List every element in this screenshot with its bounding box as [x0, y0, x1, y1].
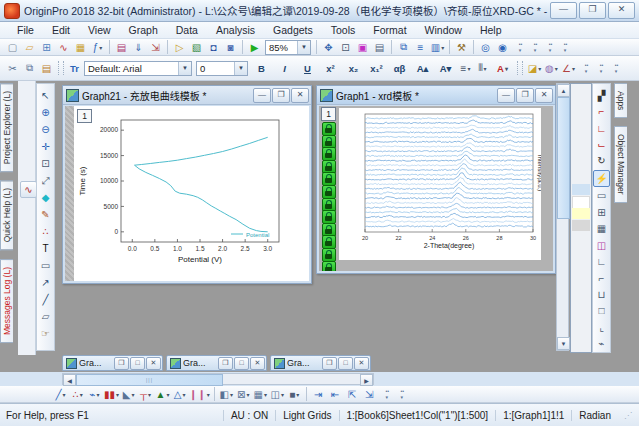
toolbar-overflow-button[interactable]: ••▾ — [382, 387, 393, 402]
dropdown-arrow-icon[interactable]: ▾ — [264, 391, 267, 398]
line-color-icon[interactable]: ∠▾ — [561, 61, 576, 76]
align-icon[interactable]: ≡▾ — [458, 61, 473, 76]
scroll-up-button[interactable]: ▲ — [557, 84, 570, 97]
font-size-combo[interactable]: 0▼ — [196, 61, 248, 76]
copy-graph-image-icon[interactable]: ▣ — [355, 40, 370, 55]
minimized-graph-window[interactable]: Gra...❐□✕ — [270, 355, 371, 371]
graph1-canvas[interactable]: 1 2022242628302-Theta(degree)Intensity(a… — [319, 106, 553, 271]
new-graph-icon[interactable]: ∿ — [56, 40, 71, 55]
plot-scatter-icon[interactable]: ∴▾ — [70, 387, 85, 402]
dock-tab-apps[interactable]: Apps — [614, 83, 627, 118]
dropdown-arrow-icon[interactable]: ▾ — [247, 391, 250, 398]
copy-icon[interactable]: ⧉ — [22, 61, 37, 76]
region-zoom-icon[interactable]: ⊡ — [38, 156, 53, 171]
merge-graphs-icon[interactable]: ≡ — [413, 40, 428, 55]
docked-graph-icon[interactable]: ∿ — [20, 181, 37, 198]
graph21-titlebar[interactable]: Graph21 - 充放电曲线模板 * — ❐ ✕ — [63, 86, 311, 105]
dropdown-arrow-icon[interactable]: ▾ — [230, 391, 233, 398]
axes-full-box-icon[interactable]: □ — [594, 304, 609, 318]
menu-view[interactable]: View — [79, 23, 120, 37]
underline-icon[interactable]: U — [297, 61, 318, 76]
scroll-right-button[interactable]: ▶ — [360, 374, 373, 386]
dropdown-arrow-icon[interactable]: ▾ — [207, 391, 210, 398]
new-axis-right-icon[interactable]: ⌙ — [594, 137, 609, 151]
save-template-icon[interactable]: ◙ — [223, 40, 238, 55]
dropdown-arrow-icon[interactable]: ▾ — [63, 391, 66, 398]
plot-image-icon[interactable]: ■▾ — [287, 387, 302, 402]
menu-data[interactable]: Data — [167, 23, 207, 37]
draw-data-icon[interactable]: ✎ — [38, 207, 53, 222]
menu-edit[interactable]: Edit — [43, 23, 79, 37]
maximize-button[interactable]: □ — [234, 357, 249, 370]
pattern-color-icon[interactable]: ◍▾ — [544, 61, 559, 76]
menu-tools[interactable]: Tools — [322, 23, 365, 37]
fit-to-screen-icon[interactable]: ⊡ — [338, 40, 353, 55]
bold-icon[interactable]: B — [251, 61, 272, 76]
dropdown-arrow-icon[interactable]: ▾ — [505, 65, 508, 72]
italic-icon[interactable]: I — [274, 61, 295, 76]
axes-open-box-icon[interactable]: ⊔ — [594, 287, 609, 301]
new-project-icon[interactable]: ▢ — [5, 40, 20, 55]
axes-bl-only-icon[interactable]: ⌞ — [594, 320, 609, 334]
close-button[interactable]: ✕ — [608, 2, 635, 19]
combo-dropdown-arrow[interactable]: ▼ — [234, 62, 247, 75]
toolbar-overflow-button[interactable]: ••▾ — [581, 61, 592, 76]
dropdown-arrow-icon[interactable]: ▾ — [182, 391, 185, 398]
film-strip-icon[interactable]: ▤ — [372, 40, 387, 55]
data-lock-icon[interactable] — [322, 122, 336, 136]
plot-column-icon[interactable]: ▮▮▾ — [104, 387, 119, 402]
mask-color-icon[interactable]: ▞ — [594, 88, 609, 102]
new-workbook-icon[interactable]: ⊞ — [39, 40, 54, 55]
dropdown-arrow-icon[interactable]: ▾ — [467, 65, 470, 72]
graph21-canvas[interactable]: 1 0.00.51.01.52.02.53.005000100001500020… — [65, 106, 309, 281]
zoom-in-icon[interactable]: ⊕ — [38, 105, 53, 120]
new-layout-icon[interactable]: ▤ — [114, 40, 129, 55]
dropdown-arrow-icon[interactable]: ▾ — [281, 391, 284, 398]
close-button[interactable]: ✕ — [250, 357, 265, 370]
vertical-scroll-thumb[interactable] — [557, 97, 570, 219]
merge-layers-icon[interactable]: ◫ — [594, 238, 609, 252]
horizontal-scroll-thumb[interactable]: ||| — [76, 374, 223, 386]
graph1-restore-button[interactable]: ❐ — [516, 88, 534, 103]
menu-window[interactable]: Window — [416, 23, 471, 37]
pipeline-2-icon[interactable]: ⇤ — [328, 387, 343, 402]
dropdown-arrow-icon[interactable]: ▾ — [296, 391, 299, 398]
paste-icon[interactable]: ▤ — [39, 61, 54, 76]
graph1-layer-badge[interactable]: 1 — [321, 107, 336, 121]
scroll-left-button[interactable]: ◀ — [63, 374, 76, 386]
zoom-pan-icon[interactable]: ✛ — [38, 139, 53, 154]
data-lock-icon[interactable] — [322, 248, 336, 262]
axes-bottom-left-icon[interactable]: ∟ — [594, 254, 609, 268]
new-axis-left-icon[interactable]: ∟ — [594, 121, 609, 135]
maximize-button[interactable]: □ — [130, 357, 145, 370]
plot-3d-surface-icon[interactable]: ▦▾ — [253, 387, 268, 402]
dropdown-arrow-icon[interactable]: ▾ — [148, 391, 151, 398]
rescale-tool-icon[interactable]: ⤢ — [38, 173, 53, 188]
plot-3d-scatter-icon[interactable]: ◧▾ — [219, 387, 234, 402]
open-excel-icon[interactable]: ▧ — [189, 40, 204, 55]
open-icon[interactable]: ▱ — [22, 40, 37, 55]
pipeline-1-icon[interactable]: ⇥ — [311, 387, 326, 402]
axes-top-left-icon[interactable]: ⌐ — [594, 271, 609, 285]
cut-icon[interactable]: ✂ — [5, 61, 20, 76]
dropdown-arrow-icon[interactable]: ▾ — [484, 65, 487, 72]
fit-page-to-layers-icon[interactable]: ✥ — [321, 40, 336, 55]
menu-analysis[interactable]: Analysis — [207, 23, 264, 37]
minimized-graph-window[interactable]: Gra...❐□✕ — [62, 355, 163, 371]
import-single-ascii-icon[interactable]: ⇲ — [148, 40, 163, 55]
plot-ternary-icon[interactable]: △▾ — [172, 387, 187, 402]
menu-help[interactable]: Help — [471, 23, 511, 37]
dock-tab-object-manager[interactable]: Object Manager — [614, 126, 627, 202]
dropdown-arrow-icon[interactable]: ▾ — [538, 65, 541, 72]
plot-contour-icon[interactable]: ◫▾ — [270, 387, 285, 402]
line-tool-icon[interactable]: ╱ — [38, 292, 53, 307]
dropdown-arrow-icon[interactable]: ▾ — [441, 44, 444, 51]
layer-grid9-icon[interactable]: ▦ — [594, 222, 609, 236]
dock-tab-quick-help-l[interactable]: Quick Help (L) — [0, 180, 13, 250]
graph21-close-button[interactable]: ✕ — [291, 88, 309, 103]
rectangle-tool-icon[interactable]: ▭ — [38, 258, 53, 273]
plot-statistical-icon[interactable]: ❙❙▾ — [189, 387, 210, 402]
resize-grip[interactable]: ⋰ — [624, 411, 633, 420]
toolbar-overflow-button[interactable]: ••▾ — [596, 61, 607, 76]
graph1-close-button[interactable]: ✕ — [535, 88, 553, 103]
